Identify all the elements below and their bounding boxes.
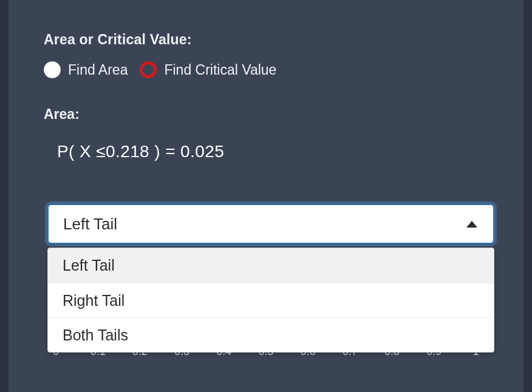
caret-up-icon (466, 221, 477, 228)
radio-find-critical-value[interactable]: Find Critical Value (140, 61, 276, 78)
tail-dropdown: Left Tail Right Tail Both Tails (47, 248, 494, 353)
radio-find-critical-label: Find Critical Value (164, 62, 276, 78)
radio-unchecked-icon (44, 61, 61, 78)
left-border (0, 0, 9, 392)
main-panel: Area or Critical Value: Find Area Find C… (9, 0, 523, 392)
section-label: Area or Critical Value: (44, 32, 488, 48)
dropdown-option-both-tails[interactable]: Both Tails (48, 317, 494, 352)
tail-select-wrap: Left Tail Left Tail Right Tail Both Tail… (47, 204, 494, 244)
area-label: Area: (44, 106, 488, 123)
radio-find-area[interactable]: Find Area (44, 61, 128, 78)
right-border (523, 0, 532, 392)
radio-checked-icon (140, 61, 157, 78)
tail-select[interactable]: Left Tail (47, 204, 494, 244)
probability-formula: P( X ≤0.218 ) = 0.025 (57, 142, 488, 161)
radio-group: Find Area Find Critical Value (44, 61, 488, 78)
radio-find-area-label: Find Area (68, 62, 128, 78)
dropdown-option-left-tail[interactable]: Left Tail (48, 248, 494, 283)
dropdown-option-right-tail[interactable]: Right Tail (48, 283, 494, 317)
tail-select-value: Left Tail (63, 215, 117, 234)
